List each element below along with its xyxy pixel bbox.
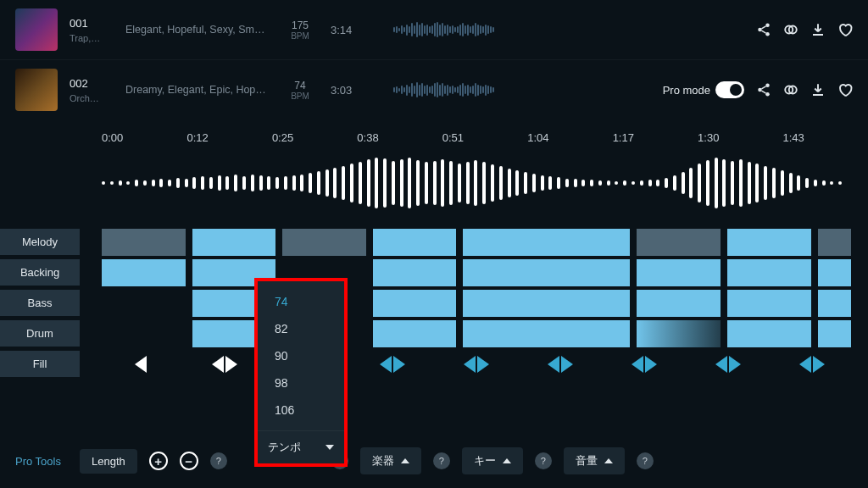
ruler-tick: 0:25 xyxy=(272,131,357,144)
chevron-up-icon xyxy=(604,458,613,463)
fill-marker[interactable] xyxy=(520,356,601,373)
download-icon[interactable] xyxy=(810,82,826,97)
lane-label: Drum xyxy=(0,320,80,347)
clip[interactable] xyxy=(373,320,457,347)
mini-waveform[interactable] xyxy=(393,17,727,42)
fill-marker[interactable] xyxy=(184,356,264,373)
tempo-option[interactable]: 106 xyxy=(258,396,344,424)
lane-backing: Backing xyxy=(0,258,868,288)
chevron-down-icon xyxy=(326,445,334,450)
similar-icon[interactable] xyxy=(783,22,798,37)
svg-point-2 xyxy=(765,32,770,36)
clip[interactable] xyxy=(818,229,851,256)
track-duration: 3:14 xyxy=(331,24,364,36)
help-icon[interactable]: ? xyxy=(433,452,450,469)
track-actions: Pro mode xyxy=(663,81,853,98)
clip[interactable] xyxy=(463,290,630,317)
track-meta: 002 Orch… xyxy=(70,77,114,103)
similar-icon[interactable] xyxy=(783,82,798,97)
timeline-ruler[interactable]: 0:000:120:250:380:511:041:171:301:43 xyxy=(0,119,868,156)
track-bpm: 175 BPM xyxy=(281,19,319,41)
chevron-up-icon xyxy=(401,458,409,463)
share-icon[interactable] xyxy=(756,82,771,97)
favorite-icon[interactable] xyxy=(837,22,853,37)
clip[interactable] xyxy=(727,320,811,347)
help-icon[interactable]: ? xyxy=(535,452,552,469)
clip[interactable] xyxy=(373,290,457,317)
share-icon[interactable] xyxy=(756,22,771,37)
ruler-tick: 0:00 xyxy=(102,131,186,144)
volume-control[interactable]: 音量 xyxy=(564,447,625,474)
lane-label: Melody xyxy=(0,229,80,256)
tempo-option[interactable]: 82 xyxy=(258,315,344,342)
lane-fill: Fill xyxy=(0,349,868,380)
ruler-tick: 0:51 xyxy=(442,131,527,144)
remove-button[interactable]: − xyxy=(180,452,198,470)
tempo-dropdown-label[interactable]: テンポ xyxy=(258,430,344,463)
svg-point-6 xyxy=(758,88,762,92)
clip[interactable] xyxy=(818,320,851,347)
svg-point-7 xyxy=(765,92,770,97)
favorite-icon[interactable] xyxy=(837,82,853,97)
ruler-tick: 0:38 xyxy=(357,131,442,144)
clip[interactable] xyxy=(282,229,366,256)
clip[interactable] xyxy=(727,229,811,256)
track-tags: Dreamy, Elegant, Epic, Hopef… xyxy=(125,84,270,96)
toolbar-title: Pro Tools xyxy=(15,455,61,468)
track-genre: Trap,… xyxy=(70,33,114,43)
clip[interactable] xyxy=(192,229,276,256)
clip[interactable] xyxy=(637,259,721,286)
lane-label: Fill xyxy=(0,351,80,378)
add-button[interactable]: + xyxy=(149,452,168,470)
big-waveform[interactable] xyxy=(0,156,868,210)
ruler-tick: 1:43 xyxy=(783,131,868,144)
clip[interactable] xyxy=(102,229,186,256)
svg-point-0 xyxy=(765,24,770,28)
fill-marker[interactable] xyxy=(100,356,181,373)
clip[interactable] xyxy=(727,259,811,286)
clip[interactable] xyxy=(102,290,186,317)
track-bpm: 74 BPM xyxy=(281,80,319,101)
tempo-dropdown[interactable]: 74829098106 テンポ xyxy=(254,278,348,467)
key-control[interactable]: キー xyxy=(462,447,523,474)
clip[interactable] xyxy=(463,229,630,256)
arrangement-grid: Melody Backing Bass Drum xyxy=(0,210,868,380)
clip[interactable] xyxy=(463,320,630,347)
tempo-option[interactable]: 90 xyxy=(258,342,344,369)
clip[interactable] xyxy=(637,290,721,317)
clip[interactable] xyxy=(373,229,457,256)
track-meta: 001 Trap,… xyxy=(70,17,114,43)
clip[interactable] xyxy=(637,320,721,347)
fill-marker[interactable] xyxy=(352,356,432,373)
clip[interactable] xyxy=(102,259,186,286)
clip[interactable] xyxy=(818,290,851,317)
fill-marker[interactable] xyxy=(604,356,685,373)
help-icon[interactable]: ? xyxy=(210,452,227,469)
download-icon[interactable] xyxy=(810,22,826,37)
track-artwork xyxy=(15,69,58,111)
fill-marker[interactable] xyxy=(436,356,516,373)
instrument-control[interactable]: 楽器 xyxy=(360,447,421,474)
clip[interactable] xyxy=(727,290,811,317)
toggle-switch[interactable] xyxy=(715,81,744,98)
length-control[interactable]: Length xyxy=(80,449,137,474)
track-row[interactable]: 001 Trap,… Elegant, Hopeful, Sexy, Smoot… xyxy=(0,0,868,59)
mini-waveform[interactable] xyxy=(393,77,634,103)
clip[interactable] xyxy=(373,259,457,286)
fill-marker[interactable] xyxy=(688,356,769,373)
clip[interactable] xyxy=(463,259,630,286)
track-genre: Orch… xyxy=(70,93,114,103)
clip[interactable] xyxy=(818,259,851,286)
tempo-option[interactable]: 74 xyxy=(258,288,344,315)
help-icon[interactable]: ? xyxy=(637,452,654,469)
fill-marker[interactable] xyxy=(772,356,853,373)
tempo-option[interactable]: 98 xyxy=(258,369,344,396)
clip[interactable] xyxy=(102,320,186,347)
track-row[interactable]: 002 Orch… Dreamy, Elegant, Epic, Hopef… … xyxy=(0,59,868,119)
lane-label: Bass xyxy=(0,290,80,317)
lane-melody: Melody xyxy=(0,227,868,258)
track-tags: Elegant, Hopeful, Sexy, Smooth xyxy=(125,24,270,36)
pro-mode-toggle[interactable]: Pro mode xyxy=(663,81,744,98)
clip[interactable] xyxy=(637,229,721,256)
ruler-tick: 1:30 xyxy=(698,131,782,144)
